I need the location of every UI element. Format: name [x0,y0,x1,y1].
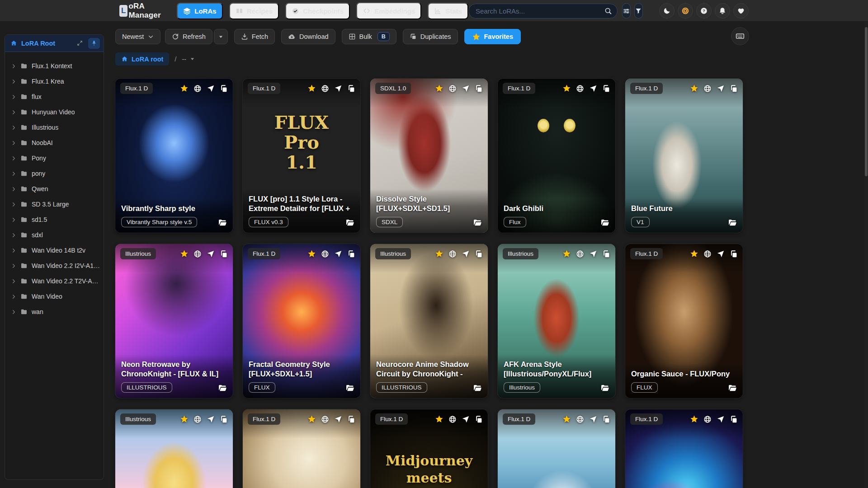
send-icon[interactable] [334,250,342,258]
favorite-star-icon[interactable] [562,415,571,423]
help-button[interactable]: ? [696,3,712,19]
send-icon[interactable] [462,415,470,423]
copy-icon[interactable] [730,84,738,93]
page-scrollbar[interactable] [864,22,868,488]
chevron-right-icon[interactable] [11,233,16,238]
globe-icon[interactable] [321,415,329,423]
favorite-star-icon[interactable] [180,415,189,423]
lora-card[interactable]: Flux.1 DBlue FutureV1 [625,79,743,233]
sidebar-folder-wan-video[interactable]: Wan Video [5,289,104,304]
favorite-star-icon[interactable] [307,249,316,258]
folder-open-icon[interactable] [345,384,354,393]
pin-sidebar-button[interactable] [88,38,100,49]
sidebar-folder-wan-video-2-2-i2v-a14b[interactable]: Wan Video 2.2 I2V-A14B [5,258,104,273]
send-icon[interactable] [462,250,470,258]
tab-embeddings[interactable]: Embeddings [356,2,421,19]
version-badge[interactable]: Vibrantly Sharp style v.5 [121,217,197,227]
chevron-right-icon[interactable] [11,79,16,84]
globe-icon[interactable] [703,250,712,258]
chevron-right-icon[interactable] [11,125,16,130]
refresh-dropdown-button[interactable] [214,29,228,44]
globe-icon[interactable] [321,84,329,93]
send-icon[interactable] [589,84,597,93]
favorite-star-icon[interactable] [307,84,316,93]
breadcrumb-current-dropdown[interactable]: -- [182,56,195,63]
theme-toggle-button[interactable] [659,3,675,19]
folder-open-icon[interactable] [218,218,227,227]
duplicates-button[interactable]: Duplicates [403,29,458,44]
folder-open-icon[interactable] [218,384,227,393]
sidebar-folder-pony[interactable]: Pony [5,150,104,166]
sort-select[interactable]: Newest [115,29,160,44]
download-button[interactable]: Download [281,29,335,44]
favorite-star-icon[interactable] [435,84,443,93]
favorite-star-icon[interactable] [307,415,316,423]
chevron-right-icon[interactable] [11,279,16,284]
copy-icon[interactable] [475,250,483,258]
chevron-right-icon[interactable] [11,64,16,69]
chevron-right-icon[interactable] [11,156,16,161]
version-badge[interactable]: SDXL [376,217,403,227]
globe-icon[interactable] [193,250,202,258]
globe-icon[interactable] [703,84,712,93]
folder-open-icon[interactable] [600,218,609,227]
filter-sliders-button[interactable] [622,3,631,19]
copy-icon[interactable] [347,415,355,423]
copy-icon[interactable] [602,415,610,423]
favorite-star-icon[interactable] [690,415,698,423]
copy-icon[interactable] [220,84,228,93]
version-badge[interactable]: FLUX [249,382,275,393]
version-badge[interactable]: FLUX v0.3 [249,217,288,227]
tab-recipes[interactable]: Recipes [229,3,279,19]
tab-stats[interactable]: Stats [428,3,468,19]
sidebar-folder-hunyuan-video[interactable]: Hunyuan Video [5,104,104,120]
globe-icon[interactable] [576,250,584,258]
chevron-right-icon[interactable] [11,294,16,299]
chevron-right-icon[interactable] [11,110,16,115]
lora-card[interactable]: Illustrious [115,409,233,488]
version-badge[interactable]: Flux [504,217,526,227]
lora-card[interactable]: Flux.1 D [498,409,615,488]
filter-funnel-button[interactable] [634,3,643,19]
sidebar-folder-wan-video-2-2-t2v-a14b[interactable]: Wan Video 2.2 T2V-A14B [5,273,104,289]
send-icon[interactable] [717,250,725,258]
folder-open-icon[interactable] [728,384,737,393]
favorite-star-icon[interactable] [690,249,698,258]
send-icon[interactable] [462,84,470,93]
version-badge[interactable]: Illustrious [504,382,540,393]
version-badge[interactable]: FLUX [631,382,658,393]
notifications-button[interactable] [715,3,730,19]
chevron-right-icon[interactable] [11,217,16,222]
lora-card[interactable]: Flux.1 DOrganic Sauce - FLUX/PonyFLUX [625,244,743,398]
tab-loras[interactable]: LoRAs [177,3,222,19]
chevron-right-icon[interactable] [11,310,16,314]
copy-icon[interactable] [220,250,228,258]
search-input[interactable] [468,4,618,19]
folder-open-icon[interactable] [473,384,482,393]
copy-icon[interactable] [347,250,355,258]
globe-icon[interactable] [703,415,712,423]
tab-checkpoints[interactable]: Checkpoints [285,3,350,19]
lora-card[interactable]: SDXL 1.0Dissolve Style [FLUX+SDXL+SD1.5]… [370,79,488,233]
favorites-filter-button[interactable]: Favorites [464,29,521,44]
favorite-star-icon[interactable] [562,249,571,258]
globe-icon[interactable] [576,415,584,423]
copy-icon[interactable] [602,84,610,93]
sidebar-folder-qwen[interactable]: Qwen [5,181,104,197]
send-icon[interactable] [207,84,215,93]
copy-icon[interactable] [602,250,610,258]
version-badge[interactable]: ILLUSTRIOUS [376,382,427,393]
send-icon[interactable] [589,250,597,258]
folder-open-icon[interactable] [473,218,482,227]
chevron-right-icon[interactable] [11,171,16,176]
lora-card[interactable]: IllustriousNeon Retrowave by ChronoKnigh… [115,244,233,398]
send-icon[interactable] [717,84,725,93]
chevron-right-icon[interactable] [11,187,16,192]
lora-card[interactable]: Flux.1 DFractal Geometry Style [FLUX+SDX… [243,244,360,398]
globe-icon[interactable] [448,84,457,93]
send-icon[interactable] [207,250,215,258]
globe-icon[interactable] [576,84,584,93]
sidebar-header[interactable]: LoRA Root [5,35,104,52]
lora-card[interactable]: Flux.1 DVibrantly Sharp styleVibrantly S… [115,79,233,233]
copy-icon[interactable] [730,250,738,258]
